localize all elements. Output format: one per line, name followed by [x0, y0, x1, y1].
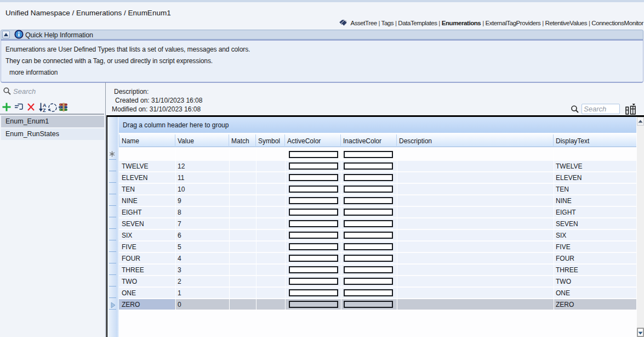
- svg-text:Z: Z: [43, 108, 46, 113]
